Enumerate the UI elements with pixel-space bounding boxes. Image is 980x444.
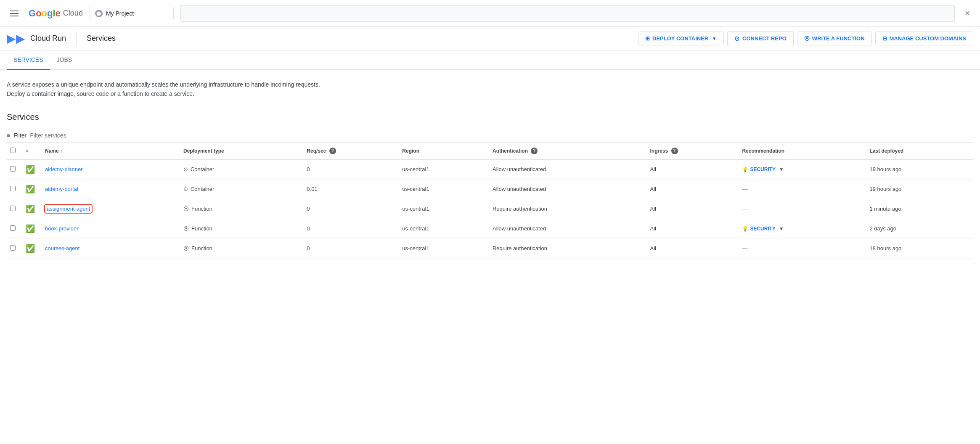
row-checkbox-cell — [7, 159, 22, 179]
name-cell: courses-agent — [42, 238, 180, 258]
ingress-cell: All — [647, 219, 739, 238]
service-link[interactable]: assignment-agent — [47, 206, 90, 212]
search-wrapper — [180, 5, 955, 22]
type-label: Function — [191, 225, 212, 232]
service-link[interactable]: courses-agent — [45, 245, 79, 251]
select-all-header — [7, 143, 22, 160]
region-cell: us-central1 — [399, 238, 489, 258]
deployment-type-header: Deployment type — [180, 143, 303, 160]
name-cell: aidemy-planner — [42, 159, 180, 179]
req-sec-cell: 0 — [303, 159, 399, 179]
status-icon: ✅ — [26, 185, 35, 193]
table-row: ✅ courses-agent ⦿ Function 0 us-central1… — [7, 238, 973, 258]
search-close-button[interactable]: × — [961, 5, 973, 21]
connect-repo-button[interactable]: ⊙ CONNECT REPO — [727, 31, 794, 46]
ingress-cell: All — [647, 238, 739, 258]
select-all-checkbox[interactable] — [10, 148, 16, 153]
status-cell: ✅ — [22, 219, 42, 238]
bulb-icon: 💡 — [742, 226, 748, 232]
domains-icon: ⊟ — [882, 35, 887, 42]
project-icon: ⬤ — [95, 10, 103, 17]
authentication-help-icon[interactable]: ? — [531, 148, 538, 154]
search-input[interactable] — [180, 5, 955, 22]
last-deployed-cell: 2 days ago — [866, 219, 973, 238]
row-checkbox-cell — [7, 238, 22, 258]
function-icon: ⦿ — [804, 35, 810, 42]
tabs-bar: SERVICES JOBS — [0, 50, 980, 70]
recommendation-cell: — — [739, 179, 866, 199]
row-checkbox-cell — [7, 179, 22, 199]
authentication-cell: Allow unauthenticated — [489, 219, 647, 238]
last-deployed-cell: 18 hours ago — [866, 238, 973, 258]
type-icon: ⦿ — [183, 206, 189, 212]
tab-jobs[interactable]: JOBS — [50, 50, 79, 70]
filter-icon: ≡ — [7, 132, 10, 139]
status-icon: ✅ — [26, 165, 35, 174]
google-cloud-logo: Google Cloud — [29, 8, 83, 19]
last-deployed-cell: 19 hours ago — [866, 159, 973, 179]
top-bar: Google Cloud ⬤ My Project × — [0, 0, 980, 27]
project-selector[interactable]: ⬤ My Project — [90, 7, 174, 20]
row-checkbox[interactable] — [10, 166, 16, 172]
recommendation-dropdown[interactable]: ▼ — [779, 226, 784, 232]
deploy-container-button[interactable]: ⊞ DEPLOY CONTAINER ▼ — [638, 32, 724, 45]
deployment-type-cell: ⦿ Function — [180, 219, 303, 238]
ingress-cell: All — [647, 159, 739, 179]
menu-button[interactable] — [7, 7, 22, 20]
tab-services[interactable]: SERVICES — [7, 50, 50, 70]
deployment-type-cell: ⊙ Container — [180, 179, 303, 199]
req-sec-cell: 0.01 — [303, 179, 399, 199]
last-deployed-cell: 1 minute ago — [866, 199, 973, 219]
table-row: ✅ book-provider ⦿ Function 0 us-central1… — [7, 219, 973, 238]
recommendation-cell: 💡 SECURITY ▼ — [739, 219, 866, 238]
filter-bar: ≡ Filter — [7, 129, 973, 143]
write-function-button[interactable]: ⦿ WRITE A FUNCTION — [797, 32, 872, 45]
table-row: ✅ aidemy-portal ⊙ Container 0.01 us-cent… — [7, 179, 973, 199]
recommendation-cell: — — [739, 199, 866, 219]
deployment-type-cell: ⦿ Function — [180, 199, 303, 219]
row-checkbox[interactable] — [10, 245, 16, 251]
region-cell: us-central1 — [399, 159, 489, 179]
recommendation-cell: — — [739, 238, 866, 258]
services-section-title: Services — [7, 112, 973, 122]
authentication-cell: Require authentication — [489, 199, 647, 219]
req-sec-cell: 0 — [303, 219, 399, 238]
security-recommendation-badge[interactable]: 💡 SECURITY — [742, 226, 776, 232]
status-cell: ✅ — [22, 238, 42, 258]
name-cell: assignment-agent — [42, 199, 180, 219]
ingress-cell: All — [647, 179, 739, 199]
row-checkbox[interactable] — [10, 206, 16, 211]
row-checkbox[interactable] — [10, 186, 16, 191]
recommendation-header: Recommendation — [739, 143, 866, 160]
filter-label: Filter — [13, 132, 26, 139]
deploy-icon: ⊞ — [645, 35, 650, 42]
name-cell: aidemy-portal — [42, 179, 180, 199]
sort-icon: ↑ — [61, 148, 63, 154]
req-sec-help-icon[interactable]: ? — [329, 148, 336, 154]
status-icon: ✅ — [26, 205, 35, 213]
row-checkbox[interactable] — [10, 225, 16, 231]
manage-domains-button[interactable]: ⊟ MANAGE CUSTOM DOMAINS — [875, 32, 973, 45]
service-link[interactable]: aidemy-portal — [45, 186, 78, 192]
authentication-cell: Require authentication — [489, 238, 647, 258]
region-header: Region — [399, 143, 489, 160]
type-icon: ⊙ — [183, 166, 188, 172]
security-recommendation-badge[interactable]: 💡 SECURITY — [742, 166, 776, 172]
region-cell: us-central1 — [399, 219, 489, 238]
service-link[interactable]: aidemy-planner — [45, 166, 83, 172]
no-recommendation: — — [742, 186, 747, 192]
name-header[interactable]: Name ↑ — [42, 143, 180, 160]
authentication-cell: Allow unauthenticated — [489, 179, 647, 199]
type-label: Function — [191, 245, 212, 251]
filter-input[interactable] — [30, 132, 973, 139]
ingress-cell: All — [647, 199, 739, 219]
cloud-run-title: Cloud Run — [30, 34, 66, 43]
ingress-help-icon[interactable]: ? — [671, 148, 678, 154]
chevron-down-icon: ▼ — [712, 36, 717, 42]
service-link[interactable]: book-provider — [45, 225, 79, 232]
req-sec-cell: 0 — [303, 238, 399, 258]
table-row: ✅ aidemy-planner ⊙ Container 0 us-centra… — [7, 159, 973, 179]
recommendation-dropdown[interactable]: ▼ — [779, 166, 784, 172]
type-label: Container — [191, 166, 214, 172]
status-icon: ✅ — [26, 225, 35, 233]
